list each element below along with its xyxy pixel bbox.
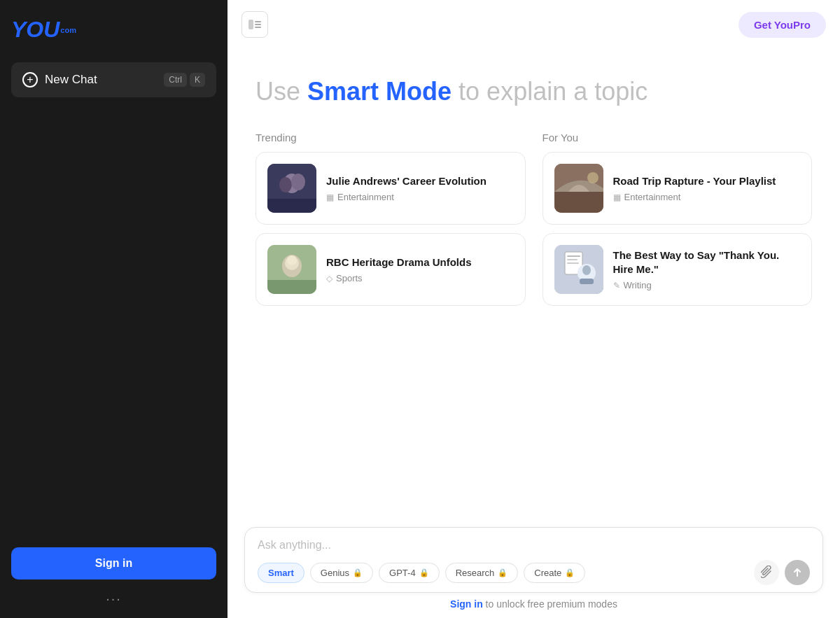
- roadtrip-thumb-svg: [554, 164, 603, 213]
- headline: Use Smart Mode to explain a topic: [255, 77, 812, 106]
- svg-point-13: [287, 255, 297, 265]
- main-panel: Get YouPro Use Smart Mode to explain a t…: [227, 0, 840, 618]
- for-you-card-0[interactable]: Road Trip Rapture - Your Playlist ▦ Ente…: [542, 152, 813, 225]
- card-thumb-roadtrip: [554, 164, 603, 213]
- svg-point-23: [582, 265, 591, 275]
- trending-card-1-category: Sports: [336, 273, 363, 283]
- create-lock-icon: 🔒: [565, 568, 575, 577]
- entertainment-icon-1: ▦: [613, 192, 621, 202]
- trending-card-1-title: RBC Heritage Drama Unfolds: [326, 255, 514, 269]
- sports-icon: ◇: [326, 274, 332, 283]
- headline-suffix: to explain a topic: [451, 77, 648, 106]
- logo-text: YOU: [11, 17, 59, 42]
- content-sections: Trending Ju: [255, 132, 812, 306]
- trending-label: Trending: [255, 132, 526, 143]
- rbc-thumb-svg: [267, 245, 316, 294]
- input-box: Smart Genius 🔒 GPT-4 🔒 Research 🔒 Create…: [244, 527, 823, 593]
- mode-create-button[interactable]: Create 🔒: [524, 563, 585, 583]
- sign-in-prompt-suffix: to unlock free premium modes: [483, 598, 617, 610]
- for-you-card-0-title: Road Trip Rapture - Your Playlist: [613, 174, 801, 188]
- topbar: Get YouPro: [227, 0, 840, 49]
- more-options-button[interactable]: ...: [106, 588, 122, 604]
- send-icon: [792, 568, 802, 577]
- svg-point-6: [279, 177, 292, 192]
- input-actions: Smart Genius 🔒 GPT-4 🔒 Research 🔒 Create…: [258, 560, 810, 585]
- trending-section: Trending Ju: [255, 132, 526, 306]
- sidebar-toggle-button[interactable]: [241, 11, 268, 38]
- input-area: Smart Genius 🔒 GPT-4 🔒 Research 🔒 Create…: [227, 519, 840, 618]
- card-thumb-thankyou: [554, 245, 603, 294]
- svg-rect-3: [255, 27, 261, 28]
- writing-icon: ✎: [613, 281, 620, 290]
- svg-point-16: [587, 172, 598, 183]
- get-youpro-button[interactable]: Get YouPro: [738, 12, 826, 38]
- trending-card-0[interactable]: Julie Andrews' Career Evolution ▦ Entert…: [255, 152, 526, 225]
- for-you-card-1[interactable]: The Best Way to Say "Thank You. Hire Me.…: [542, 233, 813, 306]
- headline-highlight: Smart Mode: [307, 77, 451, 106]
- logo-com: com: [60, 26, 76, 34]
- logo: YOUcom: [11, 14, 216, 45]
- svg-rect-1: [255, 21, 261, 22]
- search-input[interactable]: [258, 539, 810, 552]
- svg-rect-2: [255, 24, 261, 25]
- svg-rect-0: [248, 20, 253, 29]
- card-thumb-julie: [267, 164, 316, 213]
- research-lock-icon: 🔒: [498, 568, 507, 577]
- new-chat-label: New Chat: [45, 73, 97, 87]
- svg-rect-21: [567, 262, 579, 264]
- thankyou-thumb-svg: [554, 245, 603, 294]
- headline-prefix: Use: [255, 77, 307, 106]
- sidebar: YOUcom + New Chat Ctrl K Sign in ...: [0, 0, 227, 618]
- sidebar-toggle-icon: [248, 20, 261, 29]
- svg-rect-15: [554, 192, 603, 213]
- kbd-ctrl: Ctrl: [164, 73, 187, 87]
- for-you-card-1-title: The Best Way to Say "Thank You. Hire Me.…: [613, 248, 801, 276]
- plus-icon: +: [22, 72, 38, 87]
- mode-genius-button[interactable]: Genius 🔒: [310, 563, 373, 583]
- kbd-k: K: [190, 73, 205, 87]
- sign-in-link[interactable]: Sign in: [450, 598, 483, 610]
- send-button[interactable]: [785, 560, 810, 585]
- attach-button[interactable]: [754, 560, 779, 585]
- gpt4-lock-icon: 🔒: [419, 568, 429, 577]
- entertainment-icon-0: ▦: [326, 192, 334, 202]
- trending-card-0-category: Entertainment: [337, 192, 394, 202]
- mode-smart-button[interactable]: Smart: [258, 563, 304, 583]
- card-thumb-rbc: [267, 245, 316, 294]
- julie-thumb-svg: [267, 164, 316, 213]
- for-you-label: For You: [542, 132, 813, 143]
- for-you-card-1-category: Writing: [624, 280, 652, 290]
- genius-lock-icon: 🔒: [353, 568, 363, 577]
- for-you-section: For You Roa: [542, 132, 813, 306]
- trending-card-1[interactable]: RBC Heritage Drama Unfolds ◇ Sports: [255, 233, 526, 306]
- svg-point-7: [291, 174, 305, 190]
- trending-card-0-title: Julie Andrews' Career Evolution: [326, 174, 514, 188]
- paperclip-icon: [761, 566, 772, 580]
- svg-rect-8: [267, 199, 316, 213]
- sign-in-prompt: Sign in to unlock free premium modes: [244, 593, 823, 612]
- svg-rect-20: [567, 259, 578, 260]
- svg-rect-24: [580, 279, 594, 284]
- svg-rect-12: [267, 280, 316, 294]
- for-you-card-0-category: Entertainment: [624, 192, 681, 202]
- for-you-cards: Road Trip Rapture - Your Playlist ▦ Ente…: [542, 152, 813, 306]
- main-content: Use Smart Mode to explain a topic Trendi…: [227, 49, 840, 519]
- sign-in-button[interactable]: Sign in: [11, 547, 216, 580]
- mode-gpt4-button[interactable]: GPT-4 🔒: [379, 563, 440, 583]
- new-chat-button[interactable]: + New Chat Ctrl K: [11, 62, 216, 97]
- trending-cards: Julie Andrews' Career Evolution ▦ Entert…: [255, 152, 526, 306]
- svg-rect-19: [567, 255, 580, 257]
- mode-research-button[interactable]: Research 🔒: [445, 563, 519, 583]
